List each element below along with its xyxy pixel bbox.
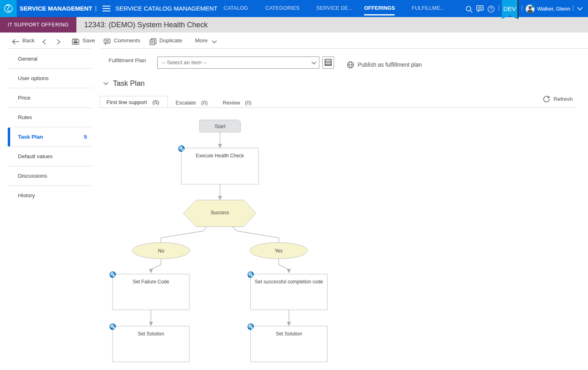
svg-text:Set successful completion code: Set successful completion code — [255, 279, 323, 285]
svg-text:Execute Health Check: Execute Health Check — [196, 153, 245, 159]
svg-text:Set Failure Code: Set Failure Code — [132, 279, 169, 285]
svg-text:Set Solution: Set Solution — [138, 331, 164, 337]
svg-text:Success: Success — [210, 210, 229, 215]
svg-text:DEV: DEV — [503, 5, 516, 12]
svg-text:Yes: Yes — [275, 248, 283, 254]
svg-text:No: No — [158, 248, 165, 254]
svg-text:Set Solution: Set Solution — [276, 331, 302, 337]
svg-text:Start: Start — [215, 123, 226, 129]
